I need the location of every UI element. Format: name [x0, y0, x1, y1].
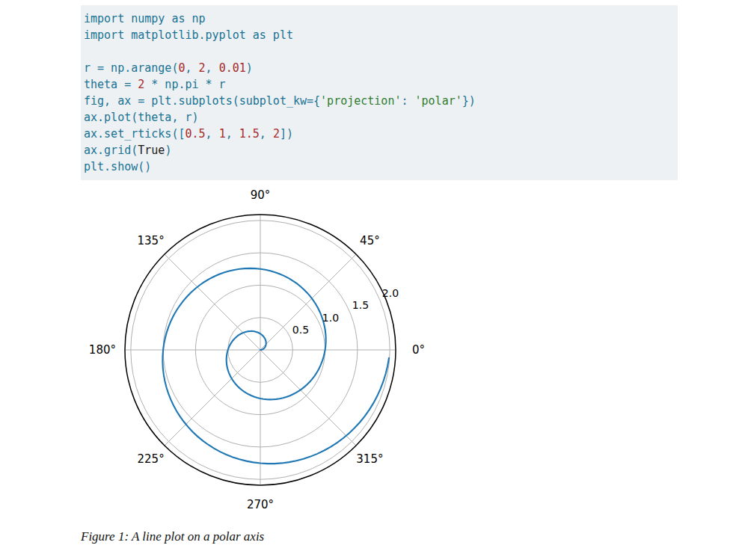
code-line: ax.grid(True): [84, 142, 669, 159]
code-token-code: theta =: [84, 78, 138, 91]
code-token-num: 2: [273, 127, 280, 141]
code-token-code: ]): [280, 127, 293, 141]
code-token-code: ,: [206, 61, 219, 75]
code-token-code: ax.grid(: [84, 144, 138, 157]
figure-caption: Figure 1: A line plot on a polar axis: [81, 529, 264, 544]
code-token-plain: True: [138, 144, 165, 157]
code-line: ax.plot(theta, r): [84, 109, 669, 126]
theta-tick-label: 135°: [138, 234, 165, 247]
theta-tick-label: 45°: [360, 234, 380, 247]
r-tick-label: 1.5: [352, 299, 369, 311]
theta-tick-label: 180°: [89, 343, 116, 357]
code-token-code: ax.set_rticks([: [84, 127, 185, 141]
theta-tick-label: 270°: [247, 498, 274, 511]
code-token-code: r = np.arange(: [84, 61, 178, 75]
code-token-num: 2: [199, 61, 206, 75]
code-block: import numpy as npimport matplotlib.pypl…: [81, 5, 678, 180]
r-tick-label: 1.0: [322, 312, 339, 324]
figure: 0°45°90°135°180°225°270°315°0.51.01.52.0: [88, 182, 440, 520]
code-token-code: ,: [260, 127, 273, 141]
code-token-str: 'polar': [415, 94, 462, 108]
code-token-num: 2: [138, 78, 144, 91]
polar-chart: 0°45°90°135°180°225°270°315°0.51.01.52.0: [88, 182, 440, 520]
code-token-code: }): [462, 94, 476, 108]
code-line: fig, ax = plt.subplots(subplot_kw={'proj…: [84, 93, 669, 109]
code-token-code: plt.show(): [84, 160, 151, 173]
code-lines: import numpy as npimport matplotlib.pypl…: [84, 10, 669, 175]
code-line: [84, 43, 669, 60]
code-line: import matplotlib.pyplot as plt: [84, 27, 669, 43]
code-token-code: :: [401, 94, 414, 108]
theta-tick-label: 90°: [251, 188, 271, 202]
code-token-num: 0.5: [185, 127, 205, 141]
theta-tick-label: 315°: [356, 452, 383, 466]
code-token-code: ): [246, 61, 253, 75]
code-token-code: ,: [226, 127, 239, 141]
code-line: theta = 2 * np.pi * r: [84, 76, 669, 93]
code-token-code: ax.plot(theta, r): [84, 111, 199, 124]
code-line: import numpy as np: [84, 10, 669, 27]
page: { "code_block": { "background": "#eef1f3…: [0, 0, 748, 560]
code-line: ax.set_rticks([0.5, 1, 1.5, 2]): [84, 126, 669, 142]
code-token-code: ): [165, 144, 171, 157]
code-token-code: * np.pi * r: [144, 78, 225, 91]
r-tick-label: 2.0: [382, 287, 399, 299]
code-token-code: ,: [185, 61, 198, 75]
code-token-str: 'projection': [320, 94, 401, 108]
code-line: plt.show(): [84, 159, 669, 175]
code-token-code: fig, ax = plt.subplots(subplot_kw={: [84, 94, 320, 108]
code-token-num: 0.01: [219, 61, 246, 75]
code-token-code: import numpy as np: [84, 12, 206, 25]
code-token-code: ,: [206, 127, 219, 141]
theta-tick-label: 225°: [138, 452, 165, 466]
code-token-num: 1: [219, 127, 226, 141]
code-token-num: 1.5: [239, 127, 260, 141]
code-line: r = np.arange(0, 2, 0.01): [84, 60, 669, 76]
theta-tick-label: 0°: [412, 343, 425, 357]
code-token-code: import matplotlib.pyplot as plt: [84, 28, 293, 42]
r-tick-label: 0.5: [292, 324, 309, 336]
